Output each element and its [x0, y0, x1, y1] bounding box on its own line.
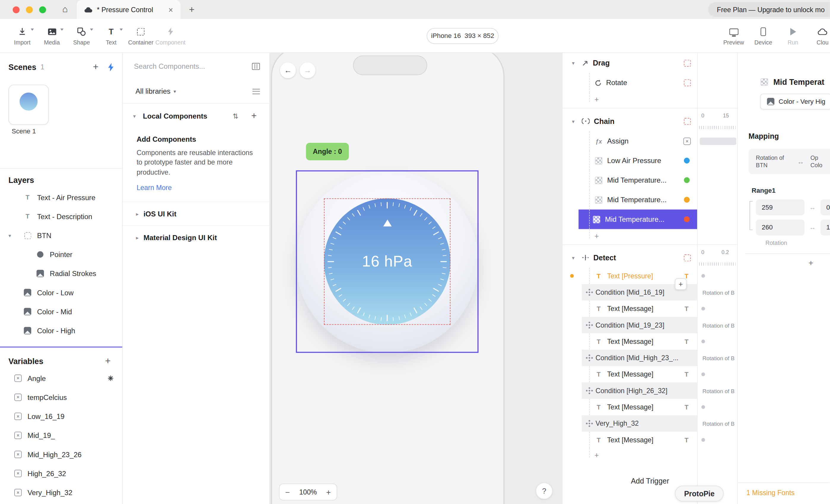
- variable-low-16-19[interactable]: × Low_16_19: [0, 407, 122, 426]
- collapse-caret-icon[interactable]: ▾: [9, 232, 11, 238]
- range-to-input-1[interactable]: 0: [821, 200, 830, 215]
- tool-preview[interactable]: Preview: [719, 19, 748, 53]
- layer-text-air-pressure[interactable]: T Text - Air Pressure: [0, 188, 122, 207]
- add-response-row[interactable]: +: [563, 229, 737, 243]
- document-tab[interactable]: * Pressure Control ×: [77, 0, 181, 19]
- tool-shape[interactable]: Shape: [67, 19, 96, 53]
- timeline-cell[interactable]: [697, 301, 737, 317]
- tab-close-button[interactable]: ×: [166, 5, 175, 14]
- scene-forward-button[interactable]: →: [299, 63, 316, 78]
- list-view-icon[interactable]: [252, 89, 260, 94]
- close-window-button[interactable]: [13, 6, 20, 13]
- timeline-cell[interactable]: [697, 268, 737, 284]
- timeline-cell[interactable]: [697, 190, 737, 210]
- zoom-out-button[interactable]: −: [285, 488, 290, 496]
- layer-pointer[interactable]: Pointer: [0, 245, 122, 264]
- target-layer-chip[interactable]: Color - Very Hig: [760, 94, 830, 110]
- response-text-pressure[interactable]: T Text [Pressure] T: [563, 268, 737, 284]
- keyframe-dot[interactable]: [701, 438, 705, 441]
- response-rotate[interactable]: Rotate: [563, 73, 737, 93]
- response-mid-temperature-3-selected[interactable]: Mid Temperature...: [563, 210, 737, 229]
- layer-color-mid[interactable]: Color - Mid: [0, 302, 122, 321]
- response-text-message[interactable]: T Text [Message] T: [563, 432, 737, 448]
- new-tab-button[interactable]: +: [189, 4, 195, 15]
- missing-fonts-warning[interactable]: 1 Missing Fonts: [738, 482, 830, 504]
- scene-name[interactable]: Scene 1: [11, 128, 36, 135]
- timeline-cell[interactable]: Rotation of B: [697, 284, 737, 300]
- response-text-message[interactable]: T Text [Message] T: [563, 366, 737, 382]
- tool-import[interactable]: Import: [7, 19, 37, 53]
- keyframe-dot[interactable]: [701, 405, 705, 409]
- response-text-message[interactable]: T Text [Message] T: [563, 333, 737, 349]
- search-components-input[interactable]: [134, 62, 252, 70]
- condition-very-high-32[interactable]: Very_High_32 Rotation of B: [563, 415, 737, 432]
- layer-text-description[interactable]: T Text - Description: [0, 207, 122, 226]
- layer-color-low[interactable]: Color - Low: [0, 283, 122, 302]
- variable-angle[interactable]: × Angle: [0, 369, 122, 388]
- panel-layout-icon[interactable]: [252, 63, 260, 69]
- timeline-cell[interactable]: [697, 170, 737, 190]
- tool-text[interactable]: T Text: [96, 19, 126, 53]
- variable-tempcelcius[interactable]: × tempCelcius: [0, 388, 122, 407]
- library-ios-ui-kit[interactable]: ▸ iOS UI Kit: [123, 202, 269, 225]
- sort-icon[interactable]: ⇅: [232, 112, 238, 120]
- response-low-air-pressure[interactable]: Low Air Pressure: [563, 151, 737, 170]
- free-plan-banner[interactable]: Free Plan — Upgrade to unlock mo: [708, 2, 830, 17]
- response-assign[interactable]: ƒx Assign ×: [563, 131, 737, 151]
- local-components-header[interactable]: Local Components: [143, 112, 228, 120]
- add-scene-button[interactable]: +: [90, 61, 101, 72]
- device-selector[interactable]: iPhone 16 393 × 852: [426, 28, 499, 44]
- panel-split-indicator[interactable]: [0, 346, 122, 348]
- tool-cloud[interactable]: Clou: [808, 19, 830, 53]
- scene-back-button[interactable]: ←: [280, 63, 296, 78]
- response-mid-temperature-2[interactable]: Mid Temperature...: [563, 190, 737, 210]
- zoom-level[interactable]: 100%: [299, 488, 317, 496]
- layer-btn[interactable]: ▾ BTN: [0, 226, 122, 245]
- collapse-caret-icon[interactable]: ▾: [130, 113, 139, 119]
- insert-response-button[interactable]: +: [675, 278, 687, 290]
- add-variable-button[interactable]: +: [102, 356, 114, 366]
- tool-device[interactable]: Device: [748, 19, 778, 53]
- timeline-cell[interactable]: [697, 210, 737, 229]
- timeline-cell[interactable]: [697, 151, 737, 170]
- layer-radial-strokes[interactable]: Radial Strokes: [0, 264, 122, 283]
- response-text-message[interactable]: T Text [Message] T: [563, 399, 737, 415]
- angle-variable-badge[interactable]: Angle : 0: [306, 143, 349, 160]
- tool-media[interactable]: Media: [37, 19, 67, 53]
- canvas[interactable]: ← → Angle : 0 16 hPa − 100% + ?: [270, 53, 563, 504]
- libraries-dropdown[interactable]: All libraries: [135, 87, 170, 95]
- chain-timeline-ruler[interactable]: 0 15: [697, 111, 737, 131]
- add-response-row[interactable]: +: [563, 448, 737, 462]
- timeline-cell[interactable]: [697, 53, 737, 73]
- add-component-button[interactable]: +: [248, 110, 260, 121]
- condition-mid-19-23[interactable]: Condition [Mid_19_23] Rotation of B: [563, 317, 737, 333]
- timeline-cell[interactable]: Rotation of B: [697, 317, 737, 333]
- home-button[interactable]: ⌂: [58, 4, 72, 15]
- zoom-in-button[interactable]: +: [326, 488, 331, 496]
- timeline-cell[interactable]: [697, 131, 737, 151]
- range-from-input-1[interactable]: 259: [756, 200, 804, 215]
- condition-mid-high-23[interactable]: Condition [Mid_High_23_... Rotation of B: [563, 349, 737, 366]
- variable-mid-high-23-26[interactable]: × Mid_High_23_26: [0, 445, 122, 464]
- keyframe-dot[interactable]: [701, 372, 705, 376]
- interactions-bolt-icon[interactable]: [108, 63, 114, 71]
- add-response-row[interactable]: +: [563, 93, 737, 106]
- help-button[interactable]: ?: [536, 482, 553, 499]
- keyframe-dot[interactable]: [701, 340, 705, 343]
- condition-high-26-32[interactable]: Condition [High_26_32] Rotation of B: [563, 382, 737, 399]
- detect-timeline-ruler[interactable]: 0 0.2: [697, 247, 737, 268]
- tool-container[interactable]: Container: [126, 19, 156, 53]
- trigger-detect[interactable]: ▾ Detect 0 0.2: [563, 247, 737, 268]
- response-mid-temperature-1[interactable]: Mid Temperature...: [563, 170, 737, 190]
- trigger-chain[interactable]: ▾ Chain 0 15: [563, 111, 737, 131]
- layer-color-high[interactable]: Color - High: [0, 321, 122, 340]
- range-to-input-2[interactable]: 100: [821, 220, 830, 236]
- library-material-ui-kit[interactable]: ▸ Material Design UI Kit: [123, 226, 269, 249]
- collapse-caret-icon[interactable]: ▾: [569, 118, 578, 124]
- response-text-message[interactable]: T Text [Message] T: [563, 301, 737, 317]
- variable-mid-19[interactable]: × Mid_19_: [0, 426, 122, 445]
- collapse-caret-icon[interactable]: ▾: [569, 60, 578, 66]
- variable-high-26-32[interactable]: × High_26_32: [0, 464, 122, 483]
- keyframe-dot[interactable]: [701, 274, 705, 277]
- zoom-window-button[interactable]: [39, 6, 46, 13]
